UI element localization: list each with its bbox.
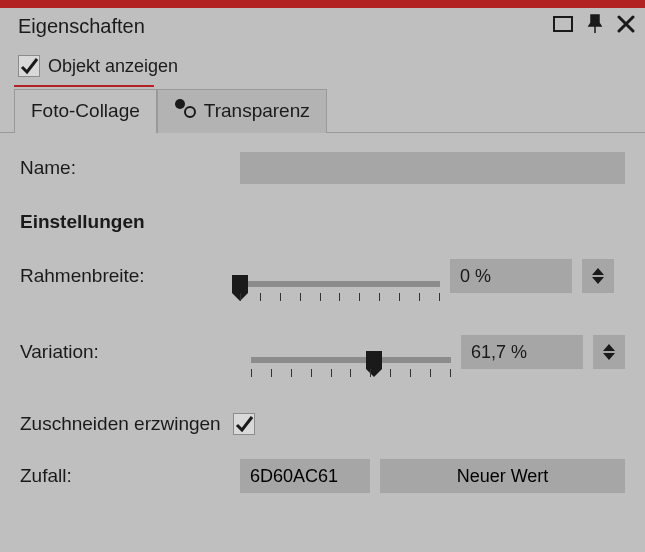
tab-bar: Foto-Collage Transparenz xyxy=(0,89,645,133)
variation-value[interactable]: 61,7 % xyxy=(461,335,583,369)
frame-width-slider[interactable] xyxy=(240,273,440,279)
variation-slider[interactable] xyxy=(251,349,451,355)
active-indicator xyxy=(14,85,154,87)
force-crop-row: Zuschneiden erzwingen xyxy=(20,407,625,441)
tab-foto-collage[interactable]: Foto-Collage xyxy=(14,89,157,133)
show-object-label: Objekt anzeigen xyxy=(48,56,178,77)
frame-width-spinner[interactable] xyxy=(582,259,614,293)
name-row: Name: xyxy=(20,151,625,185)
name-label: Name: xyxy=(20,157,240,179)
tab-label: Foto-Collage xyxy=(31,100,140,122)
panel-title: Eigenschaften xyxy=(18,15,553,38)
slider-thumb[interactable] xyxy=(366,351,382,369)
settings-heading: Einstellungen xyxy=(20,211,625,233)
close-icon[interactable] xyxy=(617,15,635,38)
svg-rect-0 xyxy=(554,17,572,31)
slider-thumb[interactable] xyxy=(232,275,248,293)
force-crop-checkbox[interactable] xyxy=(233,413,255,435)
window-icon[interactable] xyxy=(553,16,573,37)
random-label: Zufall: xyxy=(20,465,240,487)
force-crop-label: Zuschneiden erzwingen xyxy=(20,413,221,435)
random-row: Zufall: Neuer Wert xyxy=(20,459,625,493)
tab-label: Transparenz xyxy=(204,100,310,122)
variation-spinner[interactable] xyxy=(593,335,625,369)
random-input[interactable] xyxy=(240,459,370,493)
new-value-button[interactable]: Neuer Wert xyxy=(380,459,625,493)
pin-icon[interactable] xyxy=(587,14,603,39)
tab-transparenz[interactable]: Transparenz xyxy=(157,89,327,133)
name-input[interactable] xyxy=(240,152,625,184)
frame-width-value[interactable]: 0 % xyxy=(450,259,572,293)
show-object-row: Objekt anzeigen xyxy=(0,45,645,85)
show-object-checkbox[interactable] xyxy=(18,55,40,77)
transparency-icon xyxy=(174,98,196,123)
frame-width-label: Rahmenbreite: xyxy=(20,265,240,287)
variation-label: Variation: xyxy=(20,341,240,363)
panel-header: Eigenschaften xyxy=(0,8,645,45)
panel-body: Name: Einstellungen Rahmenbreite: 0 % Va… xyxy=(0,133,645,493)
panel-header-actions xyxy=(553,14,635,39)
variation-row: Variation: 61,7 % xyxy=(20,335,625,369)
frame-width-row: Rahmenbreite: 0 % xyxy=(20,259,625,293)
title-red-bar xyxy=(0,0,645,8)
